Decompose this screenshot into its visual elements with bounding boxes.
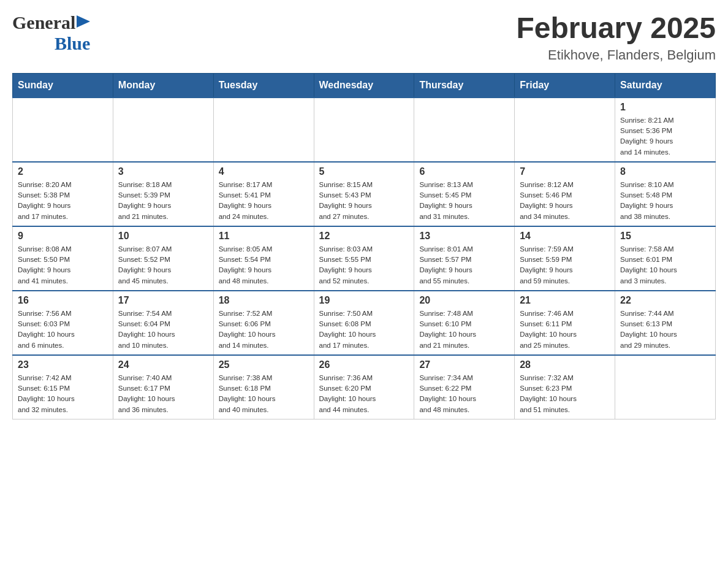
- page-title: February 2025: [516, 12, 716, 45]
- svg-marker-0: [77, 15, 90, 28]
- day-number: 10: [118, 231, 208, 242]
- day-number: 22: [620, 295, 710, 306]
- calendar-header-tuesday: Tuesday: [213, 73, 314, 98]
- week-row-4: 16Sunrise: 7:56 AM Sunset: 6:03 PM Dayli…: [13, 291, 716, 355]
- day-info: Sunrise: 7:58 AM Sunset: 6:01 PM Dayligh…: [620, 244, 710, 286]
- day-info: Sunrise: 7:48 AM Sunset: 6:10 PM Dayligh…: [419, 308, 509, 351]
- day-info: Sunrise: 7:40 AM Sunset: 6:17 PM Dayligh…: [118, 373, 208, 415]
- day-info: Sunrise: 8:10 AM Sunset: 5:48 PM Dayligh…: [620, 180, 710, 222]
- day-info: Sunrise: 8:15 AM Sunset: 5:43 PM Dayligh…: [319, 180, 409, 222]
- calendar-cell: 16Sunrise: 7:56 AM Sunset: 6:03 PM Dayli…: [13, 291, 113, 355]
- calendar-cell: 24Sunrise: 7:40 AM Sunset: 6:17 PM Dayli…: [113, 355, 213, 419]
- day-number: 8: [620, 166, 710, 177]
- day-number: 5: [319, 166, 409, 177]
- title-block: February 2025 Etikhove, Flanders, Belgiu…: [516, 12, 716, 63]
- day-info: Sunrise: 7:46 AM Sunset: 6:11 PM Dayligh…: [520, 308, 610, 351]
- day-info: Sunrise: 7:44 AM Sunset: 6:13 PM Dayligh…: [620, 308, 710, 351]
- calendar-cell: [414, 98, 515, 162]
- day-info: Sunrise: 8:01 AM Sunset: 5:57 PM Dayligh…: [419, 244, 509, 286]
- day-info: Sunrise: 7:56 AM Sunset: 6:03 PM Dayligh…: [18, 308, 108, 351]
- day-info: Sunrise: 7:34 AM Sunset: 6:22 PM Dayligh…: [419, 373, 509, 415]
- calendar-cell: 25Sunrise: 7:38 AM Sunset: 6:18 PM Dayli…: [213, 355, 314, 419]
- day-info: Sunrise: 7:54 AM Sunset: 6:04 PM Dayligh…: [118, 308, 208, 351]
- calendar-cell: [113, 98, 213, 162]
- calendar-table: SundayMondayTuesdayWednesdayThursdayFrid…: [12, 73, 716, 419]
- calendar-header-sunday: Sunday: [13, 73, 113, 98]
- week-row-3: 9Sunrise: 8:08 AM Sunset: 5:50 PM Daylig…: [13, 226, 716, 291]
- day-number: 2: [18, 166, 108, 177]
- calendar-cell: [213, 98, 314, 162]
- calendar-cell: 23Sunrise: 7:42 AM Sunset: 6:15 PM Dayli…: [13, 355, 113, 419]
- day-number: 18: [219, 295, 309, 306]
- logo-arrow-icon: [77, 15, 90, 29]
- day-number: 11: [219, 231, 309, 242]
- week-row-1: 1Sunrise: 8:21 AM Sunset: 5:36 PM Daylig…: [13, 98, 716, 162]
- day-info: Sunrise: 8:12 AM Sunset: 5:46 PM Dayligh…: [520, 180, 610, 222]
- day-info: Sunrise: 7:42 AM Sunset: 6:15 PM Dayligh…: [18, 373, 108, 415]
- day-number: 19: [319, 295, 409, 306]
- day-number: 16: [18, 295, 108, 306]
- day-number: 24: [118, 359, 208, 370]
- calendar-header-monday: Monday: [113, 73, 213, 98]
- calendar-cell: 28Sunrise: 7:32 AM Sunset: 6:23 PM Dayli…: [515, 355, 615, 419]
- calendar-cell: 19Sunrise: 7:50 AM Sunset: 6:08 PM Dayli…: [314, 291, 414, 355]
- logo-blue-text: Blue: [55, 33, 90, 54]
- calendar-cell: 17Sunrise: 7:54 AM Sunset: 6:04 PM Dayli…: [113, 291, 213, 355]
- day-info: Sunrise: 7:32 AM Sunset: 6:23 PM Dayligh…: [520, 373, 610, 415]
- day-info: Sunrise: 8:07 AM Sunset: 5:52 PM Dayligh…: [118, 244, 208, 286]
- calendar-header-friday: Friday: [515, 73, 615, 98]
- calendar-cell: 18Sunrise: 7:52 AM Sunset: 6:06 PM Dayli…: [213, 291, 314, 355]
- calendar-cell: 10Sunrise: 8:07 AM Sunset: 5:52 PM Dayli…: [113, 226, 213, 291]
- day-number: 6: [419, 166, 509, 177]
- calendar-header-thursday: Thursday: [414, 73, 515, 98]
- calendar-cell: 7Sunrise: 8:12 AM Sunset: 5:46 PM Daylig…: [515, 162, 615, 226]
- day-info: Sunrise: 7:36 AM Sunset: 6:20 PM Dayligh…: [319, 373, 409, 415]
- day-info: Sunrise: 8:08 AM Sunset: 5:50 PM Dayligh…: [18, 244, 108, 286]
- calendar-cell: 11Sunrise: 8:05 AM Sunset: 5:54 PM Dayli…: [213, 226, 314, 291]
- day-info: Sunrise: 7:38 AM Sunset: 6:18 PM Dayligh…: [219, 373, 309, 415]
- day-number: 23: [18, 359, 108, 370]
- calendar-cell: 12Sunrise: 8:03 AM Sunset: 5:55 PM Dayli…: [314, 226, 414, 291]
- calendar-cell: 4Sunrise: 8:17 AM Sunset: 5:41 PM Daylig…: [213, 162, 314, 226]
- calendar-cell: 26Sunrise: 7:36 AM Sunset: 6:20 PM Dayli…: [314, 355, 414, 419]
- calendar-header-row: SundayMondayTuesdayWednesdayThursdayFrid…: [13, 73, 716, 98]
- day-number: 25: [219, 359, 309, 370]
- calendar-cell: [615, 355, 716, 419]
- day-info: Sunrise: 7:50 AM Sunset: 6:08 PM Dayligh…: [319, 308, 409, 351]
- calendar-header-saturday: Saturday: [615, 73, 716, 98]
- calendar-cell: [13, 98, 113, 162]
- day-number: 3: [118, 166, 208, 177]
- day-number: 1: [620, 102, 710, 113]
- day-number: 20: [419, 295, 509, 306]
- calendar-cell: 9Sunrise: 8:08 AM Sunset: 5:50 PM Daylig…: [13, 226, 113, 291]
- calendar-cell: 14Sunrise: 7:59 AM Sunset: 5:59 PM Dayli…: [515, 226, 615, 291]
- calendar-cell: 21Sunrise: 7:46 AM Sunset: 6:11 PM Dayli…: [515, 291, 615, 355]
- week-row-5: 23Sunrise: 7:42 AM Sunset: 6:15 PM Dayli…: [13, 355, 716, 419]
- day-number: 9: [18, 231, 108, 242]
- day-info: Sunrise: 8:13 AM Sunset: 5:45 PM Dayligh…: [419, 180, 509, 222]
- logo: General Blue: [12, 12, 90, 54]
- calendar-cell: 5Sunrise: 8:15 AM Sunset: 5:43 PM Daylig…: [314, 162, 414, 226]
- calendar-cell: 27Sunrise: 7:34 AM Sunset: 6:22 PM Dayli…: [414, 355, 515, 419]
- day-number: 21: [520, 295, 610, 306]
- week-row-2: 2Sunrise: 8:20 AM Sunset: 5:38 PM Daylig…: [13, 162, 716, 226]
- calendar-cell: 6Sunrise: 8:13 AM Sunset: 5:45 PM Daylig…: [414, 162, 515, 226]
- page-header: General Blue February 2025 Etikhove, Fla…: [12, 12, 716, 63]
- day-number: 14: [520, 231, 610, 242]
- day-info: Sunrise: 7:52 AM Sunset: 6:06 PM Dayligh…: [219, 308, 309, 351]
- calendar-cell: 15Sunrise: 7:58 AM Sunset: 6:01 PM Dayli…: [615, 226, 716, 291]
- day-number: 26: [319, 359, 409, 370]
- day-info: Sunrise: 8:21 AM Sunset: 5:36 PM Dayligh…: [620, 115, 710, 158]
- day-info: Sunrise: 8:17 AM Sunset: 5:41 PM Dayligh…: [219, 180, 309, 222]
- day-number: 7: [520, 166, 610, 177]
- day-number: 15: [620, 231, 710, 242]
- day-info: Sunrise: 7:59 AM Sunset: 5:59 PM Dayligh…: [520, 244, 610, 286]
- calendar-cell: 8Sunrise: 8:10 AM Sunset: 5:48 PM Daylig…: [615, 162, 716, 226]
- day-number: 12: [319, 231, 409, 242]
- calendar-cell: 22Sunrise: 7:44 AM Sunset: 6:13 PM Dayli…: [615, 291, 716, 355]
- calendar-cell: 13Sunrise: 8:01 AM Sunset: 5:57 PM Dayli…: [414, 226, 515, 291]
- day-info: Sunrise: 8:20 AM Sunset: 5:38 PM Dayligh…: [18, 180, 108, 222]
- calendar-cell: [314, 98, 414, 162]
- day-info: Sunrise: 8:18 AM Sunset: 5:39 PM Dayligh…: [118, 180, 208, 222]
- day-info: Sunrise: 8:03 AM Sunset: 5:55 PM Dayligh…: [319, 244, 409, 286]
